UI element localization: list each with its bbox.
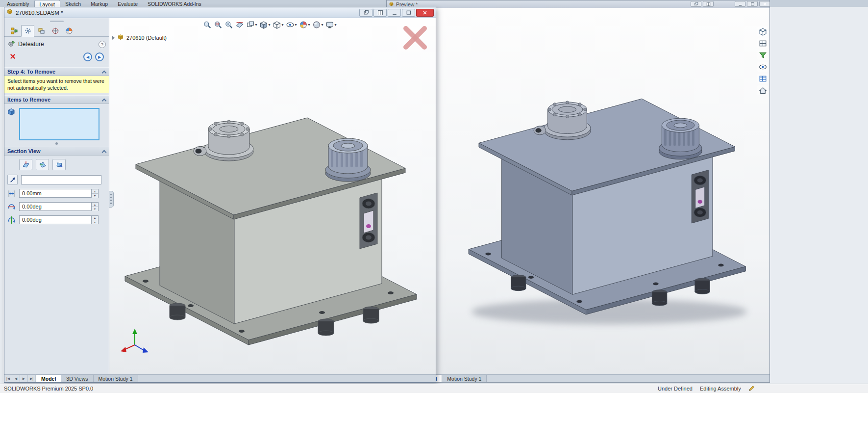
section-plane-top-button[interactable]: [36, 159, 49, 170]
x-rotation-icon: [7, 203, 16, 211]
panel-tab-dimxpertmanager[interactable]: [49, 25, 62, 37]
y-rotation-field[interactable]: 0.00deg: [19, 215, 92, 224]
minimize-button[interactable]: [388, 9, 401, 17]
preview-viewport[interactable]: [387, 8, 769, 374]
tab-scroll-first-button[interactable]: |◀: [4, 375, 12, 382]
expand-arrow-icon[interactable]: [112, 36, 115, 40]
spinner-down-button[interactable]: ▾: [92, 220, 98, 224]
graphics-viewport[interactable]: ▾▾▾▾▾▾▾ 270610 (Default): [109, 18, 436, 374]
dropdown-caret-icon[interactable]: ▾: [335, 23, 337, 27]
section-tool-button[interactable]: [235, 20, 244, 30]
tile-button[interactable]: [373, 9, 387, 17]
panel-tab-featuremanager[interactable]: [7, 25, 21, 37]
tab-scroll-right-button[interactable]: ▶: [20, 375, 28, 382]
document-tab-motion-study-1[interactable]: Motion Study 1: [94, 375, 138, 382]
collapse-chevron-icon[interactable]: [102, 98, 107, 103]
panel-tab-propertymanager[interactable]: [21, 25, 34, 37]
ribbon-tab-solidworks-add-ins[interactable]: SOLIDWORKS Add-Ins: [143, 0, 206, 7]
win-cascade-icon: [363, 10, 369, 16]
collapse-chevron-icon[interactable]: [102, 70, 107, 75]
spinner-down-button[interactable]: ▾: [92, 207, 98, 211]
view-orientation-button[interactable]: ▾: [259, 20, 271, 30]
spinner-up-button[interactable]: ▴: [92, 203, 98, 207]
ribbon-tab-markup[interactable]: Markup: [86, 0, 113, 7]
section-plane-front-button[interactable]: [19, 159, 32, 170]
preview-model-3d[interactable]: [387, 8, 769, 374]
section-plane-top-icon: [39, 161, 47, 169]
display-panes-button[interactable]: [757, 38, 768, 48]
appearance-filter-button[interactable]: [757, 50, 768, 60]
defeature-icon: [7, 40, 15, 49]
previous-step-button[interactable]: ◀: [83, 52, 92, 61]
cascade-button[interactable]: [359, 9, 372, 17]
cancel-watermark-icon[interactable]: [401, 24, 429, 52]
preview-tab-motion-study-1[interactable]: Motion Study 1: [442, 375, 487, 382]
spinner-down-button[interactable]: ▾: [92, 194, 98, 198]
spinner-up-button[interactable]: ▴: [92, 216, 98, 220]
dropdown-caret-icon[interactable]: ▾: [255, 23, 257, 27]
ribbon-tab-evaluate[interactable]: Evaluate: [113, 0, 143, 7]
spinner-up-button[interactable]: ▴: [92, 189, 98, 194]
close-button[interactable]: [759, 1, 770, 7]
selection-box-resize-handle[interactable]: [55, 142, 58, 145]
zoom-lens-button[interactable]: [224, 20, 233, 30]
section-reference-field[interactable]: [21, 175, 101, 184]
model-3d[interactable]: [109, 18, 436, 374]
document-tab-3d-views[interactable]: 3D Views: [61, 375, 93, 382]
panel-tab-displaymanager[interactable]: [62, 25, 75, 37]
document-tab-model[interactable]: Model: [36, 375, 61, 382]
cancel-button[interactable]: [9, 53, 17, 61]
cascade-button[interactable]: [691, 1, 701, 7]
visibility-eye-button[interactable]: [757, 62, 768, 72]
section-plane-right-button[interactable]: [52, 159, 66, 170]
offset-distance-spinner: ▴▾: [92, 189, 99, 198]
ribbon-tab-layout[interactable]: Layout: [34, 0, 61, 7]
tab-scroll-left-button[interactable]: ◀: [12, 375, 20, 382]
editing-mode-label[interactable]: Editing Assembly: [700, 386, 741, 392]
scene-table-button[interactable]: [757, 74, 768, 83]
section-header-step[interactable]: Step 4: To Remove: [4, 67, 109, 76]
panel-collapse-grip[interactable]: [4, 18, 109, 24]
panel-tab-configurationmanager[interactable]: [35, 25, 48, 37]
dropdown-caret-icon[interactable]: ▾: [308, 23, 310, 27]
dropdown-caret-icon[interactable]: ▾: [322, 23, 323, 27]
ribbon-tab-sketch[interactable]: Sketch: [60, 0, 86, 7]
zoom-fit-button[interactable]: [202, 20, 212, 30]
preview-titlebar[interactable]: Preview *: [387, 0, 769, 8]
ribbon-tab-assembly[interactable]: Assembly: [2, 0, 34, 7]
panel-splitter-handle[interactable]: [109, 191, 114, 208]
section-header-section-view[interactable]: Section View: [4, 147, 109, 156]
multi-pane-button[interactable]: ▾: [246, 20, 257, 30]
close-button[interactable]: [416, 9, 434, 17]
hide-show-button[interactable]: ▾: [286, 20, 298, 30]
main-titlebar[interactable]: 270610.SLDASM *: [4, 7, 436, 18]
view-cube-button[interactable]: [757, 26, 768, 36]
cancel-x-icon: [9, 53, 17, 60]
win-max-icon: [750, 2, 755, 6]
zoom-area-button[interactable]: [213, 20, 223, 30]
next-step-button[interactable]: ▶: [95, 52, 104, 61]
edit-appearance-button[interactable]: ▾: [299, 20, 311, 30]
appearance-filter-icon: [759, 51, 767, 59]
x-rotation-field[interactable]: 0.00deg: [19, 202, 92, 211]
items-to-remove-selection-box[interactable]: [19, 108, 99, 140]
section-title: Step 4: To Remove: [7, 69, 55, 75]
feature-tree-root[interactable]: 270610 (Default): [112, 34, 167, 42]
view-settings-button[interactable]: ▾: [325, 20, 337, 30]
maximize-button[interactable]: [747, 1, 758, 7]
collapse-chevron-icon[interactable]: [102, 150, 107, 155]
minimize-button[interactable]: [735, 1, 745, 7]
home-view-button[interactable]: [757, 85, 768, 95]
apply-scene-button[interactable]: ▾: [312, 20, 324, 30]
maximize-button[interactable]: [402, 9, 415, 17]
tile-button[interactable]: [703, 1, 714, 7]
help-button[interactable]: ?: [99, 41, 106, 48]
section-header-items[interactable]: Items to Remove: [4, 95, 109, 104]
section-reference-button[interactable]: [7, 175, 18, 185]
offset-distance-field[interactable]: 0.00mm: [19, 189, 92, 198]
tab-scroll-last-button[interactable]: ▶|: [28, 375, 36, 382]
dropdown-caret-icon[interactable]: ▾: [295, 23, 297, 27]
display-style-button[interactable]: ▾: [272, 20, 284, 30]
dropdown-caret-icon[interactable]: ▾: [281, 23, 283, 27]
dropdown-caret-icon[interactable]: ▾: [268, 23, 270, 27]
